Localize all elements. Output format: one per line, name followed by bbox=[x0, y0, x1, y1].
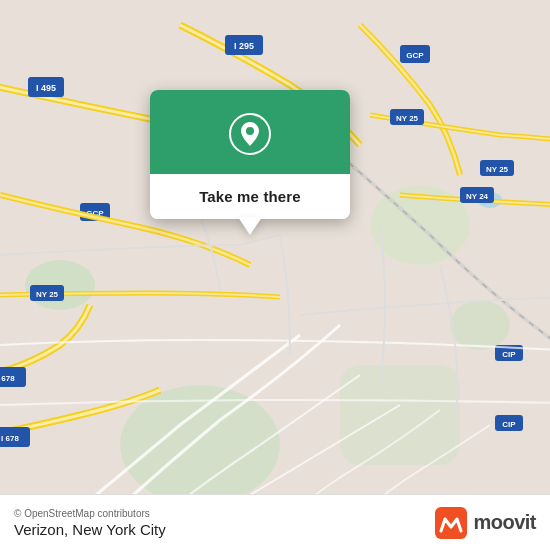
svg-point-32 bbox=[246, 127, 254, 135]
map-container: I 495 I 295 GCP NY 25 NY 25 NY 24 GCP bbox=[0, 0, 550, 550]
popup-tail bbox=[238, 217, 262, 235]
svg-text:NY 25: NY 25 bbox=[396, 114, 419, 123]
moovit-logo[interactable]: moovit bbox=[435, 507, 536, 539]
moovit-text: moovit bbox=[473, 511, 536, 534]
svg-text:GCP: GCP bbox=[406, 51, 424, 60]
svg-text:678: 678 bbox=[1, 374, 15, 383]
svg-text:CIP: CIP bbox=[502, 420, 516, 429]
svg-text:CIP: CIP bbox=[502, 350, 516, 359]
svg-text:NY 25: NY 25 bbox=[36, 290, 59, 299]
bottom-bar: © OpenStreetMap contributors Verizon, Ne… bbox=[0, 494, 550, 550]
svg-text:I 295: I 295 bbox=[234, 41, 254, 51]
location-name: Verizon, New York City bbox=[14, 521, 166, 538]
svg-text:I 678: I 678 bbox=[1, 434, 19, 443]
take-me-there-button[interactable]: Take me there bbox=[150, 174, 350, 219]
map-background: I 495 I 295 GCP NY 25 NY 25 NY 24 GCP bbox=[0, 0, 550, 550]
popup-card: Take me there bbox=[150, 90, 350, 219]
bottom-left: © OpenStreetMap contributors Verizon, Ne… bbox=[14, 508, 166, 538]
moovit-icon bbox=[435, 507, 467, 539]
svg-rect-5 bbox=[340, 365, 460, 465]
svg-text:NY 25: NY 25 bbox=[486, 165, 509, 174]
attribution-text: © OpenStreetMap contributors bbox=[14, 508, 166, 519]
popup-header bbox=[150, 90, 350, 174]
svg-rect-33 bbox=[435, 507, 467, 539]
svg-text:I 495: I 495 bbox=[36, 83, 56, 93]
location-pin-icon bbox=[228, 112, 272, 156]
svg-text:NY 24: NY 24 bbox=[466, 192, 489, 201]
svg-point-4 bbox=[450, 300, 510, 350]
